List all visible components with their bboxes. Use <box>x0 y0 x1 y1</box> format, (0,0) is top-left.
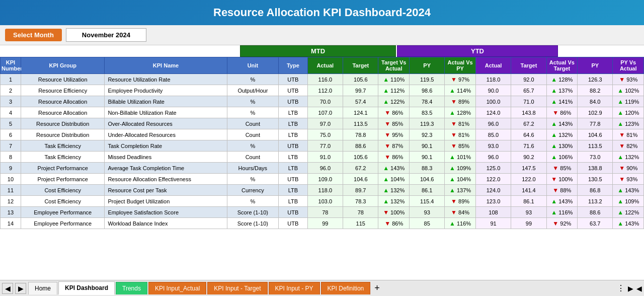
cell-ytd-actual: 108 <box>475 207 511 218</box>
tab-kpi-input-actual[interactable]: KPI Input_Actual <box>148 282 206 294</box>
cell-kpi-name: Missed Deadlines <box>105 152 227 163</box>
tab-menu-icon[interactable]: ⋮ <box>617 283 625 293</box>
up-arrow-icon: ▲ <box>551 198 557 205</box>
app-container: Resource Allocation KPI Dashboard-2024 S… <box>0 0 644 296</box>
cell-mtd-avp: ▼ 81% <box>445 129 475 140</box>
up-arrow-icon: ▲ <box>551 131 557 138</box>
tab-kpi-input-py[interactable]: KPI Input - PY <box>269 282 320 294</box>
table-row: 4 Resource Allocation Non-Billable Utili… <box>1 107 644 118</box>
cell-group: Resource Utilization <box>21 74 104 85</box>
cell-group: Task Efficiency <box>21 152 104 163</box>
cell-kpi-name: Employee Productivity <box>105 85 227 96</box>
col-header-ytd-actual: Actual <box>475 57 511 74</box>
cell-ytd-py: 63.7 <box>578 218 613 229</box>
cell-ytd-avt: ▼ 85% <box>546 163 577 174</box>
cell-mtd-target: 57.4 <box>343 96 378 107</box>
cell-type: LTB <box>279 185 308 196</box>
cell-ytd-actual: 122.0 <box>475 174 511 185</box>
kpi-table-container: KPI Number KPI Group KPI Name Unit Type … <box>0 57 644 254</box>
tab-kpi-dashboard[interactable]: KPI Dashboard <box>58 281 115 295</box>
scroll-left-icon[interactable]: ◀ <box>636 284 642 292</box>
cell-kpi-name: Resource Cost per Task <box>105 185 227 196</box>
cell-mtd-target: 124.1 <box>343 107 378 118</box>
cell-mtd-py: 90.1 <box>409 140 444 152</box>
up-arrow-icon: ▲ <box>617 220 623 227</box>
cell-ytd-target: 141.4 <box>511 185 546 196</box>
tab-kpi-definition[interactable]: KPI Definition <box>321 282 371 294</box>
cell-mtd-tva: ▼ 100% <box>378 207 409 218</box>
table-row: 11 Cost Efficiency Resource Cost per Tas… <box>1 185 644 196</box>
cell-ytd-pva: ▲ 143% <box>613 218 644 229</box>
col-header-unit: Unit <box>227 57 278 74</box>
cell-ytd-actual: 123.0 <box>475 196 511 207</box>
prev-nav-button[interactable]: ◀ <box>2 283 13 294</box>
select-month-button[interactable]: Select Month <box>5 29 62 41</box>
cell-mtd-actual: 118.0 <box>307 185 343 196</box>
down-arrow-icon: ▼ <box>451 131 457 138</box>
table-row: 5 Resource Distribution Over-Allocated R… <box>1 118 644 129</box>
cell-ytd-target: 147.5 <box>511 163 546 174</box>
cell-unit: % <box>227 96 278 107</box>
cell-unit: Count <box>227 152 278 163</box>
toolbar: Select Month November 2024 <box>0 25 644 45</box>
cell-kpi-name: Resource Allocation Effectiveness <box>105 174 227 185</box>
cell-group: Resource Efficiency <box>21 85 104 96</box>
cell-num: 9 <box>1 163 21 174</box>
tab-home[interactable]: Home <box>28 282 57 294</box>
cell-num: 13 <box>1 207 21 218</box>
cell-ytd-pva: ▼ 93% <box>613 74 644 85</box>
cell-ytd-py: 138.8 <box>578 163 613 174</box>
cell-ytd-py: 126.3 <box>578 74 613 85</box>
cell-mtd-tva: ▲ 122% <box>378 96 409 107</box>
cell-mtd-avp: ▼ 85% <box>445 140 475 152</box>
tab-kpi-input-target[interactable]: KPI Input - Target <box>207 282 267 294</box>
cell-ytd-actual: 125.0 <box>475 163 511 174</box>
cell-mtd-avp: ▼ 84% <box>445 207 475 218</box>
up-arrow-icon: ▲ <box>383 98 389 105</box>
cell-num: 8 <box>1 152 21 163</box>
cell-kpi-name: Billable Utilization Rate <box>105 96 227 107</box>
cell-ytd-pva: ▼ 82% <box>613 140 644 152</box>
cell-ytd-actual: 124.0 <box>475 107 511 118</box>
down-arrow-icon: ▼ <box>451 142 457 150</box>
up-arrow-icon: ▲ <box>449 165 455 172</box>
cell-ytd-avt: ▲ 130% <box>546 140 577 152</box>
cell-ytd-py: 77.8 <box>578 118 613 129</box>
cell-mtd-tva: ▼ 86% <box>378 218 409 229</box>
tab-bar: ◀ ▶ Home KPI Dashboard Trends KPI Input_… <box>0 280 644 296</box>
cell-mtd-tva: ▼ 85% <box>378 118 409 129</box>
tab-trends[interactable]: Trends <box>116 282 147 294</box>
cell-kpi-name: Under-Allocated Resources <box>105 129 227 140</box>
cell-ytd-avt: ▲ 128% <box>546 74 577 85</box>
cell-unit: Score (1-10) <box>227 218 278 229</box>
cell-mtd-avp: ▼ 89% <box>445 196 475 207</box>
next-nav-button[interactable]: ▶ <box>15 283 26 294</box>
up-arrow-icon: ▲ <box>383 76 389 83</box>
up-arrow-icon: ▲ <box>617 187 623 194</box>
cell-mtd-actual: 91.0 <box>307 152 343 163</box>
cell-mtd-py: 119.3 <box>409 118 444 129</box>
cell-ytd-target: 93 <box>511 207 546 218</box>
cell-unit: % <box>227 140 278 152</box>
down-arrow-icon: ▼ <box>384 109 390 116</box>
cell-ytd-pva: ▲ 123% <box>613 118 644 129</box>
cell-mtd-avp: ▼ 89% <box>445 96 475 107</box>
cell-unit: % <box>227 107 278 118</box>
cell-ytd-target: 64.6 <box>511 129 546 140</box>
cell-mtd-py: 92.3 <box>409 129 444 140</box>
cell-ytd-pva: ▲ 132% <box>613 152 644 163</box>
cell-unit: Output/Hour <box>227 85 278 96</box>
cell-type: UTB <box>279 174 308 185</box>
cell-ytd-avt: ▼ 92% <box>546 218 577 229</box>
down-arrow-icon: ▼ <box>551 176 557 183</box>
up-arrow-icon: ▲ <box>449 176 455 183</box>
add-tab-button[interactable]: + <box>371 283 383 293</box>
cell-mtd-target: 78.8 <box>343 129 378 140</box>
col-header-ytd-avt: Actual Vs Target <box>546 57 577 74</box>
cell-ytd-actual: 90.0 <box>475 85 511 96</box>
down-arrow-icon: ▼ <box>451 198 457 205</box>
cell-ytd-target: 71.6 <box>511 140 546 152</box>
cell-mtd-actual: 97.0 <box>307 118 343 129</box>
col-header-name: KPI Name <box>105 57 227 74</box>
scroll-right-icon[interactable]: ▶ <box>628 284 633 292</box>
